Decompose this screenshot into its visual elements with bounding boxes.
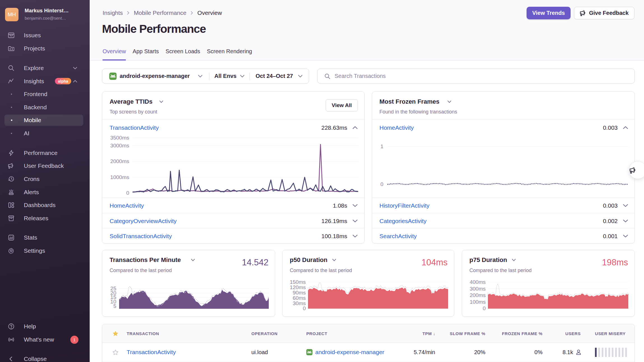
svg-text:1000ms: 1000ms (110, 174, 129, 180)
svg-text:120ms: 120ms (290, 284, 306, 290)
svg-text:0: 0 (303, 305, 306, 311)
svg-text:300ms: 300ms (470, 286, 486, 292)
svg-text:30ms: 30ms (293, 300, 306, 306)
svg-text:0: 0 (380, 181, 383, 187)
svg-text:100ms: 100ms (470, 299, 486, 305)
svg-text:400ms: 400ms (470, 280, 486, 285)
svg-text:0: 0 (483, 305, 486, 311)
svg-text:60ms: 60ms (293, 295, 306, 301)
svg-text:150ms: 150ms (290, 280, 306, 285)
svg-text:0: 0 (126, 190, 129, 196)
svg-text:1: 1 (380, 143, 383, 149)
svg-text:3500ms: 3500ms (110, 135, 129, 141)
svg-text:3000ms: 3000ms (110, 143, 129, 148)
svg-text:2000ms: 2000ms (110, 158, 129, 164)
svg-text:25: 25 (110, 286, 116, 291)
svg-text:200ms: 200ms (470, 292, 486, 298)
svg-text:90ms: 90ms (293, 290, 306, 296)
